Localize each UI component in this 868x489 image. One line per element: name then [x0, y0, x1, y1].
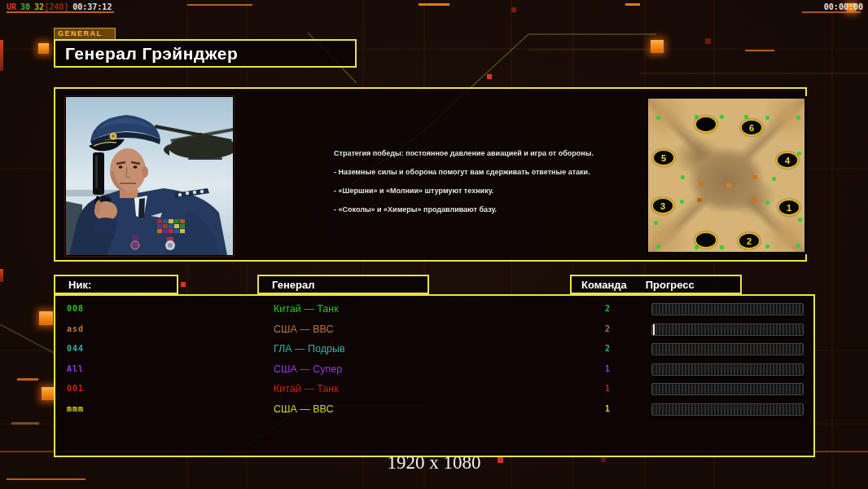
stat-segment: UR	[7, 2, 16, 11]
player-nick: 001	[67, 384, 84, 393]
player-nick: mmm	[67, 404, 84, 413]
progress-tick	[653, 324, 655, 335]
player-nick: 044	[67, 344, 84, 353]
progress-header: Прогресс	[627, 279, 695, 291]
stat-segment: [240]	[44, 2, 68, 11]
player-row: 044 ГЛА — Подрыв 2	[55, 340, 813, 360]
medal-ribbons	[157, 219, 185, 233]
resolution-label: 1920 x 1080	[0, 452, 868, 474]
team-progress-header-box: Команда Прогресс	[570, 275, 742, 294]
decor-red-square	[705, 38, 711, 44]
stat-segment: 00:37:12	[72, 2, 112, 11]
network-stats: UR3032[240]00:37:12	[7, 2, 116, 11]
team-header: Команда	[572, 279, 627, 291]
player-progress-bar	[651, 363, 804, 376]
player-progress-bar	[651, 343, 804, 355]
player-general: США — ВВС	[274, 324, 334, 335]
spawn-marker: 5	[652, 149, 675, 166]
briefing-panel: Стратегия победы: постоянное давление ав…	[54, 87, 807, 262]
screen-title-box: Генерал Грэйнджер	[54, 39, 357, 68]
player-general: США — ВВС	[274, 403, 334, 415]
unit-dots	[648, 99, 653, 103]
player-row: mmm США — ВВС 1	[55, 400, 813, 421]
decor-orange-square	[42, 387, 55, 400]
player-team: 2	[599, 344, 616, 353]
briefing-line: Стратегия победы: постоянное давление ав…	[334, 149, 607, 157]
general-portrait-art	[66, 97, 233, 255]
spawn-marker	[695, 231, 717, 249]
loading-screen: UR3032[240]00:37:12 00:00:00 GENERAL Ген…	[0, 0, 868, 489]
general-portrait	[65, 96, 234, 256]
player-progress-bar	[651, 303, 804, 315]
spawn-marker: 4	[776, 152, 799, 169]
spawn-marker	[695, 116, 717, 133]
briefing-line: - «Соколы» и «Химеры» продавливают базу.	[334, 205, 607, 214]
player-general: ГЛА — Подрыв	[274, 343, 345, 355]
decor-red-square	[181, 282, 186, 287]
player-progress-bar	[651, 383, 804, 395]
decor-dash	[7, 478, 85, 480]
player-team: 1	[599, 364, 616, 373]
player-row: asd США — ВВС 2	[55, 320, 813, 341]
spawn-marker: 3	[651, 197, 674, 214]
player-general: Китай — Танк	[274, 383, 339, 394]
player-nick: All	[67, 364, 84, 373]
nick-header-box: Ник:	[54, 275, 178, 294]
screen-title: Генерал Грэйнджер	[55, 44, 238, 64]
player-team: 1	[599, 404, 616, 413]
spawn-marker: 6	[740, 119, 763, 136]
briefing-line: - «Шершни» и «Молнии» штурмуют технику.	[334, 187, 607, 195]
player-progress-bar	[651, 403, 804, 416]
nick-header: Ник:	[55, 279, 91, 291]
stat-segment: 30	[20, 2, 30, 11]
decor-orange-square	[38, 43, 49, 54]
decor-orange-square	[651, 40, 664, 53]
player-team: 2	[599, 304, 616, 313]
decor-edge-tick	[0, 40, 3, 71]
player-row: 008 Китай — Танк 2	[55, 300, 813, 320]
decor-dash	[745, 50, 774, 51]
player-team: 2	[599, 324, 616, 333]
player-roster-panel: 008 Китай — Танк 2 asd США — ВВС 2 044 Г…	[54, 294, 815, 457]
status-bar: UR3032[240]00:37:12 00:00:00	[0, 0, 868, 16]
decor-orange-square	[39, 311, 53, 325]
decor-red-square	[487, 74, 492, 79]
briefing-text: Стратегия победы: постоянное давление ав…	[334, 149, 607, 224]
decor-edge-tick	[0, 269, 3, 282]
player-row: All США — Супер 1	[55, 360, 813, 381]
general-header-box: Генерал	[257, 275, 429, 294]
spawn-marker: 1	[778, 199, 800, 216]
general-tag-label: GENERAL	[54, 28, 116, 40]
decor-dash	[11, 422, 39, 425]
player-nick: 008	[67, 304, 84, 313]
player-progress-bar	[651, 324, 804, 336]
player-nick: asd	[67, 324, 84, 333]
spawn-marker: 2	[738, 232, 761, 249]
general-header: Генерал	[259, 279, 314, 291]
briefing-line: - Наземные силы и оборона помогут вам сд…	[334, 168, 607, 176]
player-general: Китай — Танк	[274, 303, 339, 315]
map-preview: 6 5 4 3 1 2	[646, 96, 807, 254]
player-general: США — Супер	[274, 363, 342, 375]
player-team: 1	[599, 384, 616, 393]
game-clock: 00:00:00	[824, 2, 863, 11]
decor-dash	[17, 378, 38, 381]
stat-segment: 32	[34, 2, 44, 11]
player-row: 001 Китай — Танк 1	[55, 380, 813, 400]
